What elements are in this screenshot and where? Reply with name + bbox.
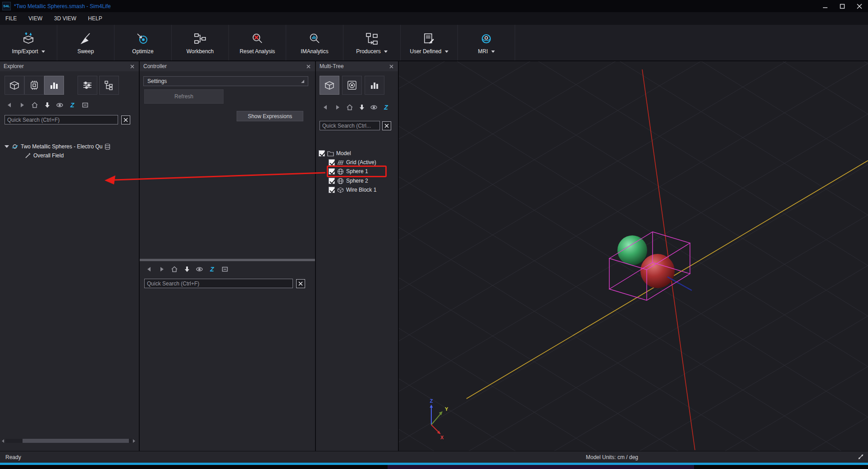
scroll-down-icon[interactable]	[358, 103, 365, 111]
scroll-left-icon[interactable]	[1, 439, 5, 443]
scrollbar-thumb[interactable]	[23, 439, 129, 443]
forward-icon[interactable]	[158, 265, 165, 273]
database-icon	[105, 143, 110, 150]
ribbon-label-imp-export: Imp/Export	[12, 48, 38, 55]
visibility-eye-icon[interactable]	[196, 265, 203, 273]
ribbon-sweep[interactable]: Sweep	[57, 25, 114, 60]
model-mode-button[interactable]	[320, 76, 339, 95]
scrollbar-track[interactable]	[5, 439, 132, 443]
minimize-button[interactable]	[817, 0, 834, 12]
close-button[interactable]	[851, 0, 868, 12]
ribbon-producers[interactable]: Producers	[343, 25, 401, 60]
sphere-1-checkbox[interactable]	[329, 168, 335, 175]
window-title: *Two Metallic Spheres.smash - Sim4Life	[14, 3, 111, 9]
back-icon[interactable]	[145, 265, 153, 273]
refresh-button[interactable]: Refresh	[144, 89, 224, 104]
multitree-nav-row: Z	[321, 103, 390, 111]
simulation-mode-button[interactable]	[342, 76, 362, 95]
multitree-close-button[interactable]	[388, 63, 394, 69]
explorer-horizontal-scrollbar[interactable]	[1, 438, 136, 443]
multitree-search-clear-button[interactable]	[382, 121, 391, 130]
tree-row-sphere-2[interactable]: Sphere 2	[329, 177, 368, 185]
expander-icon[interactable]	[5, 145, 9, 148]
viewport-canvas[interactable]: Z Y X	[399, 61, 868, 451]
forward-icon[interactable]	[18, 101, 26, 109]
scroll-down-icon[interactable]	[43, 101, 51, 109]
wire-block-icon	[337, 187, 344, 193]
explorer-close-button[interactable]	[129, 63, 135, 69]
sphere-2-object[interactable]	[640, 254, 675, 288]
grid-checkbox[interactable]	[329, 159, 335, 166]
select-box-icon[interactable]	[81, 101, 89, 109]
explorer-search-input[interactable]	[5, 115, 118, 124]
folder-icon	[327, 151, 334, 156]
tree-row-grid[interactable]: Grid (Active)	[329, 158, 376, 166]
viewport-3d[interactable]: Z Y X	[399, 61, 868, 451]
ribbon-reset-analysis[interactable]: Reset Analysis	[229, 25, 286, 60]
controller-close-button[interactable]	[305, 63, 311, 69]
dropdown-arrow-icon[interactable]	[41, 51, 45, 53]
z-highlight-icon[interactable]: Z	[208, 265, 216, 273]
z-highlight-icon[interactable]: Z	[382, 103, 390, 111]
resize-grip-icon[interactable]	[857, 453, 864, 462]
controller-title: Controller	[143, 63, 167, 69]
controller-search-clear-button[interactable]	[296, 279, 305, 288]
import-export-icon	[21, 31, 36, 47]
analysis-mode-button[interactable]	[44, 76, 64, 95]
sphere-2-checkbox[interactable]	[329, 178, 335, 184]
bottom-strip	[0, 465, 868, 469]
ribbon-workbench[interactable]: Workbench	[172, 25, 229, 60]
filter-view-button[interactable]	[78, 76, 97, 95]
explorer-search-clear-button[interactable]	[121, 115, 130, 124]
tree-row-model[interactable]: Model	[319, 149, 351, 157]
home-icon[interactable]	[170, 265, 178, 273]
explorer-root-row[interactable]: Two Metallic Spheres - Electro Qu	[5, 143, 110, 151]
dropdown-arrow-icon[interactable]	[491, 51, 495, 53]
sphere-1-object[interactable]	[617, 235, 647, 265]
menu-file[interactable]: FILE	[5, 15, 17, 22]
bar-chart-icon	[369, 79, 380, 91]
select-box-icon[interactable]	[221, 265, 228, 273]
explorer-child-row[interactable]: Overall Field	[24, 152, 64, 160]
scroll-right-icon[interactable]	[132, 439, 136, 443]
menu-view[interactable]: VIEW	[28, 15, 42, 22]
visibility-eye-icon[interactable]	[370, 103, 378, 111]
tree-row-sphere-1[interactable]: Sphere 1	[329, 167, 368, 175]
multitree-search-input[interactable]	[320, 121, 380, 130]
wire-block-checkbox[interactable]	[329, 187, 335, 193]
x-axis-label: X	[440, 435, 444, 440]
hierarchy-view-button[interactable]	[99, 76, 119, 95]
controller-splitter[interactable]	[140, 258, 315, 262]
visibility-eye-icon[interactable]	[56, 101, 64, 109]
ribbon-optimize[interactable]: Optimize	[114, 25, 172, 60]
dropdown-arrow-icon[interactable]	[384, 51, 388, 53]
controller-search-input[interactable]	[144, 279, 293, 288]
menu-3d-view[interactable]: 3D VIEW	[54, 15, 76, 22]
z-highlight-icon[interactable]: Z	[69, 101, 76, 109]
home-icon[interactable]	[31, 101, 38, 109]
simulation-mode-button[interactable]	[24, 76, 44, 95]
model-mode-button[interactable]	[5, 76, 24, 95]
show-expressions-button[interactable]: Show Expressions	[237, 111, 303, 121]
maximize-button[interactable]	[834, 0, 851, 12]
tree-hierarchy-icon	[103, 79, 115, 91]
menu-help[interactable]: HELP	[88, 15, 102, 22]
scroll-down-icon[interactable]	[183, 265, 191, 273]
back-icon[interactable]	[321, 103, 329, 111]
workbench-icon	[193, 31, 207, 47]
ribbon-imp-export[interactable]: Imp/Export	[0, 25, 57, 60]
analysis-mode-button[interactable]	[365, 76, 384, 95]
forward-icon[interactable]	[333, 103, 341, 111]
selector-value: Settings	[147, 78, 167, 84]
dropdown-arrow-icon[interactable]	[445, 51, 448, 53]
app-logo: S4L	[2, 2, 11, 10]
ribbon-mri[interactable]: MRI	[458, 25, 515, 60]
home-icon[interactable]	[346, 103, 353, 111]
ribbon-label-optimize: Optimize	[132, 48, 153, 55]
ribbon-imanalytics[interactable]: IMAnalytics	[286, 25, 343, 60]
model-checkbox[interactable]	[319, 150, 325, 156]
tree-row-wire-block[interactable]: Wire Block 1	[329, 186, 376, 194]
back-icon[interactable]	[5, 101, 13, 109]
ribbon-user-defined[interactable]: User Defined	[401, 25, 458, 60]
controller-settings-selector[interactable]: Settings	[143, 76, 308, 86]
